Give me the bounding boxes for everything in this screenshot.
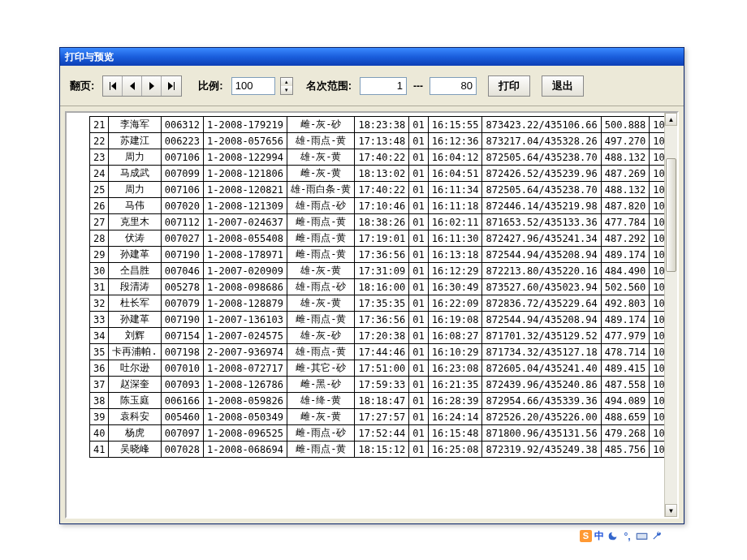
cell: 01 bbox=[409, 328, 428, 344]
range-from-input[interactable] bbox=[360, 77, 407, 95]
cell: 01 bbox=[409, 377, 428, 393]
cell: 24 bbox=[90, 166, 109, 182]
scroll-up-button[interactable]: ▲ bbox=[665, 113, 677, 126]
cell: 01 bbox=[409, 425, 428, 442]
table-row: 26马伟0070201-2008-121309雄-雨点-砂17:10:46011… bbox=[90, 198, 665, 214]
range-dash: --- bbox=[413, 80, 423, 92]
nav-group bbox=[102, 75, 182, 97]
cell: 18:13:02 bbox=[355, 166, 409, 182]
cell: 871734.32/435127.18 bbox=[482, 344, 601, 360]
table-row: 40杨虎0070971-2008-096525雌-雨点-砂17:52:44011… bbox=[90, 425, 665, 442]
cell: 1-2008-179219 bbox=[204, 117, 287, 133]
cell: 16:12:36 bbox=[428, 133, 482, 149]
print-button[interactable]: 打印 bbox=[488, 75, 530, 97]
cell: 489.174 bbox=[601, 312, 650, 328]
cell: 1030.4189 bbox=[650, 409, 664, 425]
table-row: 32杜长军0070791-2008-128879雄-灰-黄17:35:35011… bbox=[90, 295, 665, 312]
cell: 1-2008-059826 bbox=[204, 393, 287, 409]
cell: 27 bbox=[90, 214, 109, 230]
cell: 18:18:47 bbox=[355, 393, 409, 409]
cell: 17:36:56 bbox=[355, 312, 409, 328]
cell: 871800.96/435131.56 bbox=[482, 425, 601, 442]
data-table: 21李海军0063121-2008-179219雌-灰-砂18:23:38011… bbox=[89, 116, 664, 458]
cell: 29 bbox=[90, 247, 109, 263]
cell: 497.270 bbox=[601, 133, 650, 149]
cell: 17:19:01 bbox=[355, 230, 409, 247]
next-page-button[interactable] bbox=[142, 76, 162, 96]
cell: 1-2008-122994 bbox=[204, 149, 287, 166]
scroll-track[interactable] bbox=[665, 126, 677, 504]
cell: 478.714 bbox=[601, 344, 650, 360]
wrench-icon[interactable] bbox=[650, 530, 663, 542]
range-to-input[interactable] bbox=[430, 77, 477, 95]
cell: 1-2008-178971 bbox=[204, 247, 287, 263]
cell: 1043.7425 bbox=[650, 295, 664, 312]
titlebar[interactable]: 打印与预览 bbox=[60, 48, 684, 66]
punct-icon[interactable]: °, bbox=[621, 530, 633, 542]
ime-cn-icon[interactable]: 中 bbox=[594, 529, 604, 543]
scale-up-button[interactable]: ▲ bbox=[281, 78, 292, 86]
vertical-scrollbar[interactable]: ▲ ▼ bbox=[664, 113, 677, 517]
cell: 18:16:00 bbox=[355, 279, 409, 295]
toolbar: 翻页: 比例: ▲ ▼ 名次范围: --- 打印 退出 bbox=[60, 66, 684, 106]
cell: 23 bbox=[90, 149, 109, 166]
cell: 01 bbox=[409, 263, 428, 279]
cell: 杜长军 bbox=[109, 295, 161, 312]
cell: 488.659 bbox=[601, 409, 650, 425]
table-row: 29孙建革0071901-2008-178971雌-雨点-黄17:36:5601… bbox=[90, 247, 665, 263]
prev-page-button[interactable] bbox=[123, 76, 142, 96]
cell: 16:21:35 bbox=[428, 377, 482, 393]
table-row: 30仝昌胜0070461-2007-020909雄-灰-黄17:31:09011… bbox=[90, 263, 665, 279]
cell: 16:15:48 bbox=[428, 425, 482, 442]
cell: 雌-雨点-黄 bbox=[287, 247, 354, 263]
cell: 雄-雨点-砂 bbox=[287, 198, 354, 214]
cell: 479.268 bbox=[601, 425, 650, 442]
table-row: 22苏建江0062231-2008-057656雄-雨点-黄17:13:4801… bbox=[90, 133, 665, 149]
first-page-button[interactable] bbox=[103, 76, 123, 96]
exit-button[interactable]: 退出 bbox=[542, 75, 584, 97]
cell: 007028 bbox=[161, 442, 203, 458]
cell: 01 bbox=[409, 133, 428, 149]
cell: 01 bbox=[409, 312, 428, 328]
scale-label: 比例: bbox=[198, 79, 222, 93]
cell: 872505.64/435238.70 bbox=[482, 149, 601, 166]
moon-icon[interactable] bbox=[607, 530, 619, 542]
cell: 17:51:00 bbox=[355, 360, 409, 377]
cell: 1056.6157 bbox=[650, 214, 664, 230]
cell: 37 bbox=[90, 377, 109, 393]
cell: 1-2008-068694 bbox=[204, 442, 287, 458]
cell: 873423.22/435106.66 bbox=[482, 117, 601, 133]
cell: 周力 bbox=[109, 182, 161, 198]
cell: 01 bbox=[409, 295, 428, 312]
cell: 01 bbox=[409, 247, 428, 263]
cell: 22 bbox=[90, 133, 109, 149]
last-page-button[interactable] bbox=[162, 76, 181, 96]
cell: 31 bbox=[90, 279, 109, 295]
cell: 01 bbox=[409, 360, 428, 377]
cell: 17:59:33 bbox=[355, 377, 409, 393]
cell: 孙建革 bbox=[109, 312, 161, 328]
cell: 007079 bbox=[161, 295, 203, 312]
keyboard-icon[interactable] bbox=[636, 530, 648, 542]
cell: 周力 bbox=[109, 149, 161, 166]
cell: 872544.94/435208.94 bbox=[482, 312, 601, 328]
ime-s-icon[interactable]: S bbox=[580, 530, 592, 542]
cell: 1022.3572 bbox=[650, 442, 664, 458]
preview-area: 21李海军0063121-2008-179219雌-灰-砂18:23:38011… bbox=[65, 111, 679, 519]
cell: 872505.64/435238.70 bbox=[482, 182, 601, 198]
cell: 马伟 bbox=[109, 198, 161, 214]
cell: 488.132 bbox=[601, 149, 650, 166]
table-row: 39袁科安0054601-2008-050349雌-灰-黄17:27:57011… bbox=[90, 409, 665, 425]
table-row: 41吴晓峰0070281-2008-068694雌-雨点-黄18:15:1201… bbox=[90, 442, 665, 458]
scale-input[interactable] bbox=[231, 77, 275, 95]
cell: 雄-雨点-砂 bbox=[287, 279, 354, 295]
scroll-down-button[interactable]: ▼ bbox=[665, 504, 677, 517]
cell: 872427.96/435241.34 bbox=[482, 230, 601, 247]
cell: 17:40:22 bbox=[355, 149, 409, 166]
scale-down-button[interactable]: ▼ bbox=[281, 86, 292, 94]
cell: 41 bbox=[90, 442, 109, 458]
scroll-thumb[interactable] bbox=[666, 158, 676, 272]
table-row: 33孙建革0071901-2007-136103雌-雨点-黄17:36:5601… bbox=[90, 312, 665, 328]
cell: 502.560 bbox=[601, 279, 650, 295]
cell: 007106 bbox=[161, 149, 203, 166]
